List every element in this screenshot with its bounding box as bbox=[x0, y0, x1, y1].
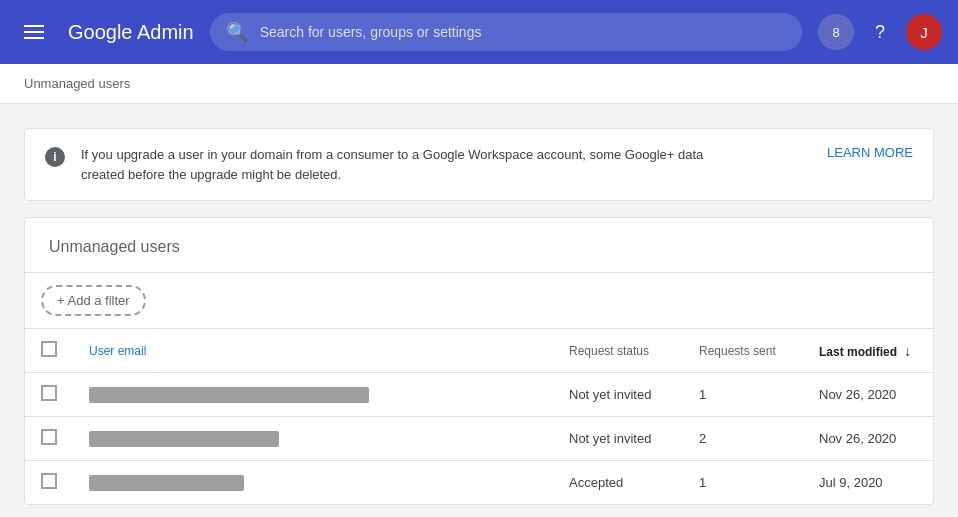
user-avatar[interactable]: J bbox=[906, 14, 942, 50]
row-email-1 bbox=[73, 417, 553, 461]
row-checkbox-2[interactable] bbox=[41, 473, 57, 489]
info-banner-text: If you upgrade a user in your domain fro… bbox=[81, 145, 811, 184]
row-status-1: Not yet invited bbox=[553, 417, 683, 461]
row-status-0: Not yet invited bbox=[553, 373, 683, 417]
table-header: Unmanaged users bbox=[25, 218, 933, 273]
row-checkbox-cell-2[interactable] bbox=[25, 461, 73, 505]
table-row: Not yet invited 1 Nov 26, 2020 bbox=[25, 373, 933, 417]
row-status-2: Accepted bbox=[553, 461, 683, 505]
table-row: Not yet invited 2 Nov 26, 2020 bbox=[25, 417, 933, 461]
table-body: Not yet invited 1 Nov 26, 2020 Not yet i… bbox=[25, 373, 933, 505]
search-icon: 🔍 bbox=[226, 21, 248, 43]
sort-arrow-icon: ↓ bbox=[904, 343, 911, 359]
menu-icon[interactable] bbox=[16, 17, 52, 47]
select-all-checkbox[interactable] bbox=[41, 341, 57, 357]
row-modified-0: Nov 26, 2020 bbox=[803, 373, 933, 417]
row-checkbox-cell-0[interactable] bbox=[25, 373, 73, 417]
info-icon: i bbox=[45, 147, 65, 167]
col-email-header[interactable]: User email bbox=[73, 329, 553, 373]
table-card: Unmanaged users + Add a filter User emai… bbox=[24, 217, 934, 505]
app-logo: Google Admin bbox=[68, 21, 194, 44]
row-email-2 bbox=[73, 461, 553, 505]
table-header-row: User email Request status Requests sent … bbox=[25, 329, 933, 373]
add-filter-button[interactable]: + Add a filter bbox=[41, 285, 146, 316]
learn-more-link[interactable]: LEARN MORE bbox=[827, 145, 913, 160]
info-banner: i If you upgrade a user in your domain f… bbox=[24, 128, 934, 201]
row-modified-1: Nov 26, 2020 bbox=[803, 417, 933, 461]
email-placeholder-1 bbox=[89, 431, 279, 447]
main-content: i If you upgrade a user in your domain f… bbox=[0, 104, 958, 517]
table-title: Unmanaged users bbox=[49, 238, 909, 256]
search-bar[interactable]: 🔍 bbox=[210, 13, 802, 51]
col-modified-header[interactable]: Last modified ↓ bbox=[803, 329, 933, 373]
email-placeholder-0 bbox=[89, 387, 369, 403]
row-checkbox-cell-1[interactable] bbox=[25, 417, 73, 461]
col-select-all[interactable] bbox=[25, 329, 73, 373]
row-modified-2: Jul 9, 2020 bbox=[803, 461, 933, 505]
search-input[interactable] bbox=[260, 24, 786, 40]
email-placeholder-2 bbox=[89, 475, 244, 491]
row-sent-1: 2 bbox=[683, 417, 803, 461]
filter-row: + Add a filter bbox=[25, 273, 933, 329]
header-actions: 8 ? J bbox=[818, 14, 942, 50]
notifications-badge[interactable]: 8 bbox=[818, 14, 854, 50]
users-table: User email Request status Requests sent … bbox=[25, 329, 933, 504]
help-button[interactable]: ? bbox=[862, 14, 898, 50]
row-checkbox-0[interactable] bbox=[41, 385, 57, 401]
row-sent-0: 1 bbox=[683, 373, 803, 417]
col-status-header: Request status bbox=[553, 329, 683, 373]
col-sent-header: Requests sent bbox=[683, 329, 803, 373]
app-header: Google Admin 🔍 8 ? J bbox=[0, 0, 958, 64]
row-checkbox-1[interactable] bbox=[41, 429, 57, 445]
table-row: Accepted 1 Jul 9, 2020 bbox=[25, 461, 933, 505]
row-sent-2: 1 bbox=[683, 461, 803, 505]
row-email-0 bbox=[73, 373, 553, 417]
breadcrumb: Unmanaged users bbox=[0, 64, 958, 104]
